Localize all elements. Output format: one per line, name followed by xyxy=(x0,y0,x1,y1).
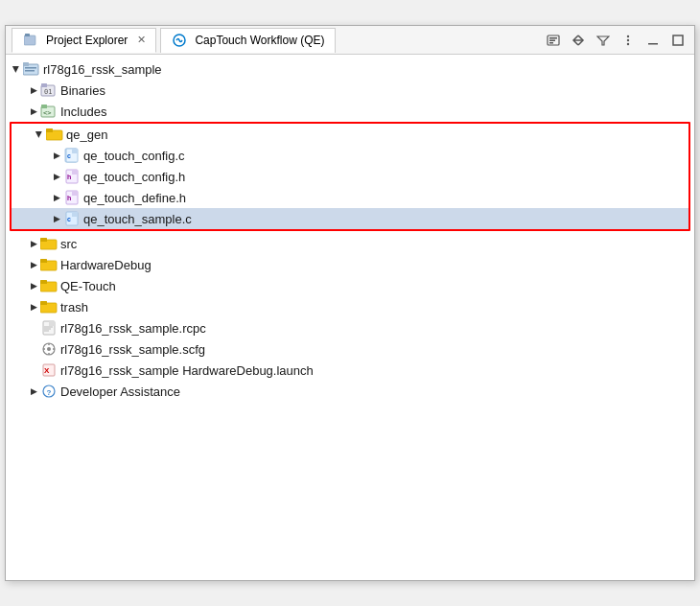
hardware-debug-folder-icon xyxy=(40,256,58,273)
tree-item-src[interactable]: ▶ src xyxy=(6,233,694,254)
h-file-icon-2: h xyxy=(63,189,81,206)
rcpc-file-icon xyxy=(40,319,58,337)
svg-rect-5 xyxy=(549,39,555,41)
toolbar-right xyxy=(543,30,688,51)
svg-rect-4 xyxy=(549,37,557,39)
developer-icon: ? xyxy=(40,383,58,400)
tree-item-includes[interactable]: ▶ <> Includes xyxy=(6,101,694,122)
more-button[interactable] xyxy=(618,30,639,51)
svg-text:X: X xyxy=(44,366,50,375)
qe-touch-config-h-arrow: ▶ xyxy=(50,170,63,183)
tree-item-root[interactable]: ▶ rl78g16_rssk_sample xyxy=(6,58,694,80)
qe-touch-define-h-arrow: ▶ xyxy=(50,191,63,204)
qe-gen-highlight-box: ▶ qe_gen ▶ c xyxy=(10,122,690,231)
c-file-icon-2: c xyxy=(63,210,81,227)
tree-item-rcpc[interactable]: rl78g16_rssk_sample.rcpc xyxy=(6,317,694,338)
includes-arrow: ▶ xyxy=(27,105,40,118)
main-window: Project Explorer ✕ CapTouch Workflow (QE… xyxy=(5,25,695,581)
binaries-arrow: ▶ xyxy=(27,83,40,97)
svg-text:01: 01 xyxy=(44,88,52,96)
svg-rect-13 xyxy=(23,62,29,66)
tree-item-qe-touch-config-c[interactable]: ▶ c qe_touch_config.c xyxy=(12,145,688,166)
svg-rect-35 xyxy=(72,212,78,217)
launch-file-icon: X xyxy=(40,361,58,379)
svg-rect-40 xyxy=(40,259,47,263)
svg-text:<>: <> xyxy=(43,109,51,117)
tree-item-developer-assistance[interactable]: ▶ ? Developer Assistance xyxy=(6,381,694,402)
minimize-button[interactable] xyxy=(642,30,664,51)
svg-text:h: h xyxy=(67,195,71,201)
svg-rect-18 xyxy=(41,83,47,87)
svg-rect-0 xyxy=(24,35,35,45)
src-folder-icon xyxy=(40,235,58,252)
src-arrow: ▶ xyxy=(27,237,40,250)
includes-icon: <> xyxy=(40,103,58,120)
rcpc-label: rl78g16_rssk_sample.rcpc xyxy=(60,321,206,336)
svg-text:c: c xyxy=(67,152,71,159)
qe-touch-folder-icon xyxy=(40,277,58,294)
scfg-label: rl78g16_rssk_sample.scfg xyxy=(60,342,205,357)
root-project-icon xyxy=(23,60,40,78)
tree-item-qe-touch-define-h[interactable]: ▶ h qe_touch_define.h xyxy=(12,187,688,208)
trash-folder-icon xyxy=(40,298,58,315)
tree-item-qe-touch[interactable]: ▶ QE-Touch xyxy=(6,275,694,296)
maximize-button[interactable] xyxy=(667,30,688,51)
tree-item-qe-touch-sample-c[interactable]: ▶ c qe_touch_sample.c xyxy=(12,208,688,229)
tree-item-trash[interactable]: ▶ trash xyxy=(6,296,694,317)
tab-close-icon[interactable]: ✕ xyxy=(137,34,146,46)
qe-gen-folder-icon xyxy=(46,126,63,143)
src-label: src xyxy=(60,237,77,251)
titlebar: Project Explorer ✕ CapTouch Workflow (QE… xyxy=(6,26,694,55)
svg-point-8 xyxy=(627,38,629,40)
qe-touch-config-h-label: qe_touch_config.h xyxy=(83,170,185,184)
tab-project-explorer-label: Project Explorer xyxy=(46,34,128,47)
trash-arrow: ▶ xyxy=(27,300,40,314)
back-button[interactable] xyxy=(568,30,589,51)
qe-touch-sample-c-arrow: ▶ xyxy=(50,212,63,225)
svg-text:h: h xyxy=(67,174,71,180)
svg-text:c: c xyxy=(67,216,71,222)
svg-rect-15 xyxy=(25,70,35,72)
tab-project-explorer[interactable]: Project Explorer ✕ xyxy=(12,28,156,53)
developer-label: Developer Assistance xyxy=(60,385,180,399)
svg-text:?: ? xyxy=(47,388,52,397)
developer-arrow: ▶ xyxy=(27,385,40,398)
binaries-icon: 01 xyxy=(40,82,58,99)
tree-item-binaries[interactable]: ▶ 01 Binaries xyxy=(6,80,694,101)
tab-captouch-workflow[interactable]: CapTouch Workflow (QE) xyxy=(160,28,335,53)
project-explorer-tab-icon xyxy=(22,32,39,49)
tree-item-scfg[interactable]: rl78g16_rssk_sample.scfg xyxy=(6,338,694,360)
binaries-label: Binaries xyxy=(60,83,105,98)
filter-button[interactable] xyxy=(593,30,614,51)
svg-rect-32 xyxy=(72,191,78,196)
trash-label: trash xyxy=(60,300,88,315)
svg-point-51 xyxy=(47,347,51,351)
launch-label: rl78g16_rssk_sample HardwareDebug.launch xyxy=(60,363,314,378)
tree-item-launch[interactable]: X rl78g16_rssk_sample HardwareDebug.laun… xyxy=(6,360,694,381)
sync-button[interactable] xyxy=(543,30,564,51)
svg-rect-46 xyxy=(49,321,55,326)
svg-rect-14 xyxy=(25,67,36,69)
svg-rect-23 xyxy=(46,128,53,132)
tree-item-hardware-debug[interactable]: ▶ HardwareDebug xyxy=(6,254,694,275)
qe-touch-sample-c-label: qe_touch_sample.c xyxy=(83,212,192,226)
svg-rect-6 xyxy=(549,42,553,44)
svg-rect-1 xyxy=(25,34,30,36)
tree-item-qe-touch-config-h[interactable]: ▶ h qe_touch_config.h xyxy=(12,166,688,187)
root-label: rl78g16_rssk_sample xyxy=(43,62,162,77)
svg-rect-29 xyxy=(72,170,78,175)
qe-touch-arrow: ▶ xyxy=(27,279,40,292)
qe-touch-label: QE-Touch xyxy=(60,279,116,293)
qe-touch-config-c-label: qe_touch_config.c xyxy=(83,149,185,163)
qe-touch-define-h-label: qe_touch_define.h xyxy=(83,191,186,205)
tab-captouch-label: CapTouch Workflow (QE) xyxy=(195,34,324,47)
svg-rect-38 xyxy=(40,238,47,242)
svg-rect-42 xyxy=(40,280,47,284)
c-file-icon-1: c xyxy=(63,147,81,164)
project-tree: ▶ rl78g16_rssk_sample ▶ 01 xyxy=(6,55,694,580)
svg-point-7 xyxy=(627,35,629,36)
tree-item-qe-gen[interactable]: ▶ qe_gen xyxy=(12,124,688,145)
captouch-workflow-tab-icon xyxy=(171,32,188,49)
svg-rect-44 xyxy=(40,301,47,305)
includes-label: Includes xyxy=(60,105,106,119)
